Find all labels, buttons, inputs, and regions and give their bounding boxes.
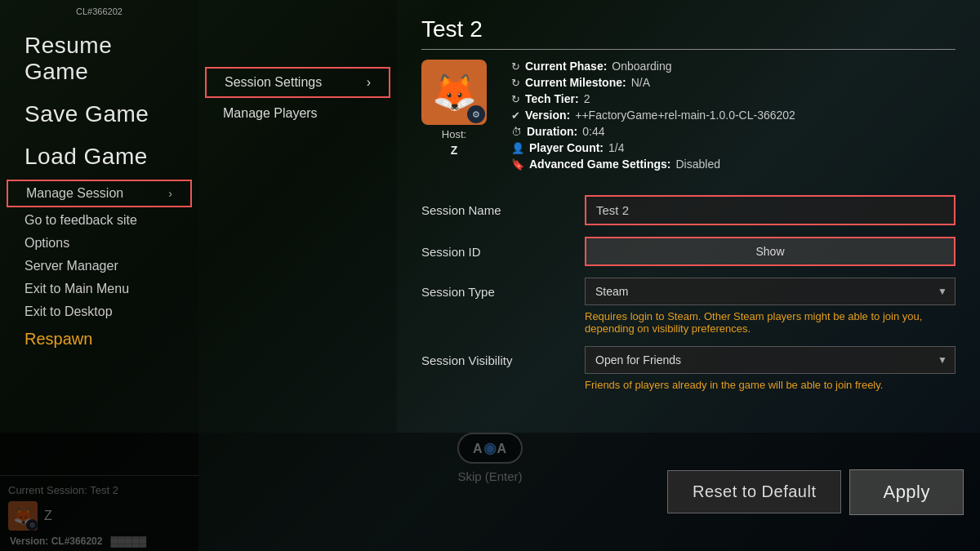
info-value: 2 xyxy=(584,92,590,105)
session-type-label: Session Type xyxy=(421,285,585,299)
chevron-right-icon: › xyxy=(367,75,371,90)
info-value: 1/4 xyxy=(608,141,624,154)
form-area: Session Name Session ID Show Session Typ… xyxy=(421,195,956,391)
version-tag: CL#366202 xyxy=(76,7,122,16)
duration-icon: ⏱ xyxy=(511,126,522,138)
info-value: 0:44 xyxy=(582,125,604,138)
session-title: Test 2 xyxy=(421,16,956,50)
sidebar-item-save[interactable]: Save Game xyxy=(0,93,198,136)
host-label: Host: xyxy=(442,128,466,140)
info-row: ↻ Current Phase: Onboarding xyxy=(511,60,795,73)
host-name: Z xyxy=(451,144,458,157)
info-label: Tech Tier: xyxy=(525,92,579,105)
player-count-icon: 👤 xyxy=(511,142,524,154)
info-row: ↻ Tech Tier: 2 xyxy=(511,92,795,105)
info-row: ↻ Current Milestone: N/A xyxy=(511,76,795,89)
info-value: N/A xyxy=(631,76,650,89)
sidebar-item-resume[interactable]: Resume Game xyxy=(0,24,198,93)
session-name-input[interactable] xyxy=(585,195,956,225)
session-type-row: Session Type Steam Epic None ▼ xyxy=(421,278,956,305)
host-avatar: 🦊 ⚙ xyxy=(421,60,487,125)
ags-icon: 🔖 xyxy=(511,158,524,171)
info-value: ++FactoryGame+rel-main-1.0.0-CL-366202 xyxy=(575,109,795,122)
session-type-select-wrap: Steam Epic None ▼ xyxy=(585,278,956,305)
session-visibility-select-wrap: Open for Friends Friends Only Private Pu… xyxy=(585,346,956,374)
session-type-select[interactable]: Steam Epic None xyxy=(585,278,956,305)
session-visibility-hint: Friends of players already in the game w… xyxy=(421,379,956,391)
submenu: Session Settings › Manage Players xyxy=(198,0,397,433)
info-label: Version: xyxy=(525,109,570,122)
info-label: Advanced Game Settings: xyxy=(529,158,671,171)
sidebar-item-manage-session[interactable]: Manage Session › xyxy=(7,180,192,207)
bottom-bar: Reset to Default Apply xyxy=(0,433,980,551)
info-details: ↻ Current Phase: Onboarding ↻ Current Mi… xyxy=(511,60,795,171)
session-visibility-select[interactable]: Open for Friends Friends Only Private Pu… xyxy=(585,346,956,374)
chevron-right-icon: › xyxy=(168,187,172,200)
info-label: Player Count: xyxy=(529,141,604,154)
sidebar-item-load[interactable]: Load Game xyxy=(0,136,198,178)
milestone-icon: ↻ xyxy=(511,77,520,89)
sidebar-item-options[interactable]: Options xyxy=(0,232,198,255)
session-visibility-row: Session Visibility Open for Friends Frie… xyxy=(421,346,956,374)
info-label: Current Milestone: xyxy=(525,76,626,89)
sidebar-item-exit-desktop[interactable]: Exit to Desktop xyxy=(0,300,198,323)
sidebar-item-exit-main[interactable]: Exit to Main Menu xyxy=(0,278,198,300)
apply-button[interactable]: Apply xyxy=(849,469,964,515)
reset-to-default-button[interactable]: Reset to Default xyxy=(667,470,841,513)
sidebar-item-feedback[interactable]: Go to feedback site xyxy=(0,209,198,232)
info-value: Onboarding xyxy=(612,60,671,73)
info-section: 🦊 ⚙ Host: Z ↻ Current Phase: Onboarding … xyxy=(421,60,956,171)
session-type-hint: Requires login to Steam. Other Steam pla… xyxy=(421,310,956,335)
session-visibility-label: Session Visibility xyxy=(421,353,585,367)
steam-icon: ⚙ xyxy=(467,105,485,123)
info-value: Disabled xyxy=(676,158,720,171)
info-row: ⏱ Duration: 0:44 xyxy=(511,125,795,138)
sidebar-item-server-manager[interactable]: Server Manager xyxy=(0,255,198,278)
host-avatar-area: 🦊 ⚙ Host: Z xyxy=(421,60,487,171)
info-row: 🔖 Advanced Game Settings: Disabled xyxy=(511,158,795,171)
info-row: 👤 Player Count: 1/4 xyxy=(511,141,795,154)
submenu-item-session-settings[interactable]: Session Settings › xyxy=(205,67,390,98)
submenu-item-manage-players[interactable]: Manage Players xyxy=(198,100,397,127)
session-id-label: Session ID xyxy=(421,245,585,259)
tier-icon: ↻ xyxy=(511,93,520,105)
version-icon: ✔ xyxy=(511,109,520,122)
info-row: ✔ Version: ++FactoryGame+rel-main-1.0.0-… xyxy=(511,109,795,122)
phase-icon: ↻ xyxy=(511,60,520,73)
info-label: Duration: xyxy=(527,125,577,138)
sidebar-item-respawn[interactable]: Respawn xyxy=(0,323,198,355)
session-name-label: Session Name xyxy=(421,203,585,217)
info-label: Current Phase: xyxy=(525,60,607,73)
show-session-id-button[interactable]: Show xyxy=(585,237,956,266)
session-name-row: Session Name xyxy=(421,195,956,225)
main-content: Test 2 🦊 ⚙ Host: Z ↻ Current Phase: Onbo… xyxy=(397,0,980,433)
session-id-row: Session ID Show xyxy=(421,237,956,266)
